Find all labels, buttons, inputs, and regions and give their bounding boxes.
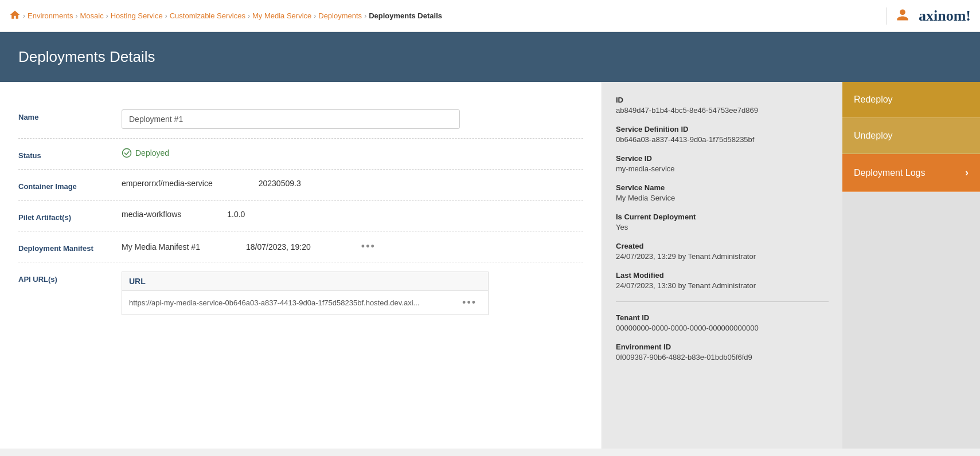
user-icon[interactable] xyxy=(896,8,909,23)
manifest-name: My Media Manifest #1 xyxy=(122,242,200,251)
home-icon[interactable] xyxy=(9,9,21,22)
info-id-field: ID ab849d47-b1b4-4bc5-8e46-54753ee7d869 xyxy=(616,96,829,115)
nav-right: axinom! xyxy=(886,7,971,25)
breadcrumb-mosaic[interactable]: Mosaic xyxy=(80,11,103,20)
container-image-label: Container Image xyxy=(18,179,122,191)
info-tenant-id-label: Tenant ID xyxy=(616,313,829,322)
status-label: Status xyxy=(18,148,122,160)
breadcrumb: › Environments › Mosaic › Hosting Servic… xyxy=(9,9,886,22)
action-filler xyxy=(842,192,980,449)
info-is-current-field: Is Current Deployment Yes xyxy=(616,213,829,231)
info-divider xyxy=(616,301,829,302)
container-image-value: emperorrxf/media-service 20230509.3 xyxy=(122,179,583,188)
pilet-label: Pilet Artifact(s) xyxy=(18,210,122,222)
info-service-def-id-label: Service Definition ID xyxy=(616,125,829,133)
name-label: Name xyxy=(18,109,122,121)
info-last-modified-label: Last Modified xyxy=(616,271,829,280)
pilet-name: media-workflows xyxy=(122,210,181,219)
breadcrumb-sep-5: › xyxy=(314,12,316,20)
info-service-id-value: my-media-service xyxy=(616,164,829,173)
info-tenant-id-value: 00000000-0000-0000-0000-000000000000 xyxy=(616,324,829,332)
pilet-value: media-workflows 1.0.0 xyxy=(122,210,583,219)
manifest-options-button[interactable]: ••• xyxy=(357,241,380,253)
breadcrumb-sep-4: › xyxy=(248,12,250,20)
info-created-field: Created 24/07/2023, 13:29 by Tenant Admi… xyxy=(616,242,829,261)
status-text: Deployed xyxy=(135,148,169,158)
page-header: Deployments Details xyxy=(0,32,980,82)
api-url-text: https://api-my-media-service-0b646a03-a8… xyxy=(129,298,419,307)
info-service-def-id-field: Service Definition ID 0b646a03-a837-4413… xyxy=(616,125,829,144)
api-url-row-content: https://api-my-media-service-0b646a03-a8… xyxy=(129,297,481,309)
check-icon xyxy=(122,148,132,158)
main-content: Name Status Deployed Container Image xyxy=(0,82,980,449)
container-image-row: Container Image emperorrxf/media-service… xyxy=(18,170,583,201)
breadcrumb-hosting-service[interactable]: Hosting Service xyxy=(111,11,163,20)
deployment-logs-button[interactable]: Deployment Logs › xyxy=(842,154,980,192)
info-service-def-id-value: 0b646a03-a837-4413-9d0a-1f75d58235bf xyxy=(616,135,829,144)
info-env-id-label: Environment ID xyxy=(616,343,829,351)
info-id-label: ID xyxy=(616,96,829,104)
breadcrumb-my-media-service[interactable]: My Media Service xyxy=(252,11,311,20)
breadcrumb-sep-6: › xyxy=(364,12,366,20)
info-env-id-field: Environment ID 0f009387-90b6-4882-b83e-0… xyxy=(616,343,829,361)
info-env-id-value: 0f009387-90b6-4882-b83e-01bdb05f6fd9 xyxy=(616,353,829,361)
name-value xyxy=(122,109,583,129)
breadcrumb-sep-1: › xyxy=(75,12,77,20)
info-service-id-field: Service ID my-media-service xyxy=(616,154,829,173)
info-tenant-id-field: Tenant ID 00000000-0000-0000-0000-000000… xyxy=(616,313,829,332)
brand-logo: axinom! xyxy=(919,7,971,25)
chevron-right-icon: › xyxy=(965,167,969,179)
pilet-version: 1.0.0 xyxy=(227,210,245,219)
api-url-cell: https://api-my-media-service-0b646a03-a8… xyxy=(122,291,489,315)
breadcrumb-environments[interactable]: Environments xyxy=(28,11,73,20)
breadcrumb-sep-2: › xyxy=(106,12,108,20)
manifest-date: 18/07/2023, 19:20 xyxy=(246,242,311,251)
info-panel: ID ab849d47-b1b4-4bc5-8e46-54753ee7d869 … xyxy=(602,82,842,449)
api-url-col-header: URL xyxy=(122,272,489,291)
svg-point-0 xyxy=(123,149,131,158)
name-input[interactable] xyxy=(122,109,460,129)
info-created-label: Created xyxy=(616,242,829,250)
info-service-name-label: Service Name xyxy=(616,183,829,192)
table-row: https://api-my-media-service-0b646a03-a8… xyxy=(122,291,489,315)
form-area: Name Status Deployed Container Image xyxy=(0,82,602,449)
info-created-value: 24/07/2023, 13:29 by Tenant Administrato… xyxy=(616,252,829,261)
deployment-logs-label: Deployment Logs xyxy=(854,168,926,178)
api-urls-value: URL https://api-my-media-service-0b646a0… xyxy=(122,272,583,315)
api-urls-label: API URL(s) xyxy=(18,272,122,284)
breadcrumb-deployments-details: Deployments Details xyxy=(369,11,442,20)
container-image-tag: 20230509.3 xyxy=(259,179,301,188)
breadcrumb-customizable-services[interactable]: Customizable Services xyxy=(170,11,245,20)
breadcrumb-sep-3: › xyxy=(165,12,167,20)
info-id-value: ab849d47-b1b4-4bc5-8e46-54753ee7d869 xyxy=(616,106,829,115)
breadcrumb-deployments[interactable]: Deployments xyxy=(318,11,362,20)
status-value: Deployed xyxy=(122,148,583,158)
top-nav: › Environments › Mosaic › Hosting Servic… xyxy=(0,0,980,32)
status-badge: Deployed xyxy=(122,148,583,158)
manifest-value: My Media Manifest #1 18/07/2023, 19:20 •… xyxy=(122,241,583,253)
info-service-id-label: Service ID xyxy=(616,154,829,163)
status-row: Status Deployed xyxy=(18,139,583,170)
manifest-label: Deployment Manifest xyxy=(18,241,122,253)
info-service-name-value: My Media Service xyxy=(616,194,829,202)
info-is-current-label: Is Current Deployment xyxy=(616,213,829,221)
pilet-row: Pilet Artifact(s) media-workflows 1.0.0 xyxy=(18,201,583,231)
api-url-options-button[interactable]: ••• xyxy=(458,297,481,309)
page-title: Deployments Details xyxy=(18,48,962,66)
info-last-modified-field: Last Modified 24/07/2023, 13:30 by Tenan… xyxy=(616,271,829,290)
name-row: Name xyxy=(18,100,583,139)
info-is-current-value: Yes xyxy=(616,223,829,231)
info-service-name-field: Service Name My Media Service xyxy=(616,183,829,202)
container-image-name: emperorrxf/media-service xyxy=(122,179,213,188)
api-url-table: URL https://api-my-media-service-0b646a0… xyxy=(122,272,489,315)
api-urls-row: API URL(s) URL https://api-my-media-serv… xyxy=(18,262,583,324)
redeploy-button[interactable]: Redeploy xyxy=(842,82,980,118)
manifest-row: Deployment Manifest My Media Manifest #1… xyxy=(18,231,583,262)
breadcrumb-sep-0: › xyxy=(23,12,25,20)
action-panel: Redeploy Undeploy Deployment Logs › xyxy=(842,82,980,449)
info-last-modified-value: 24/07/2023, 13:30 by Tenant Administrato… xyxy=(616,281,829,290)
undeploy-button[interactable]: Undeploy xyxy=(842,118,980,154)
